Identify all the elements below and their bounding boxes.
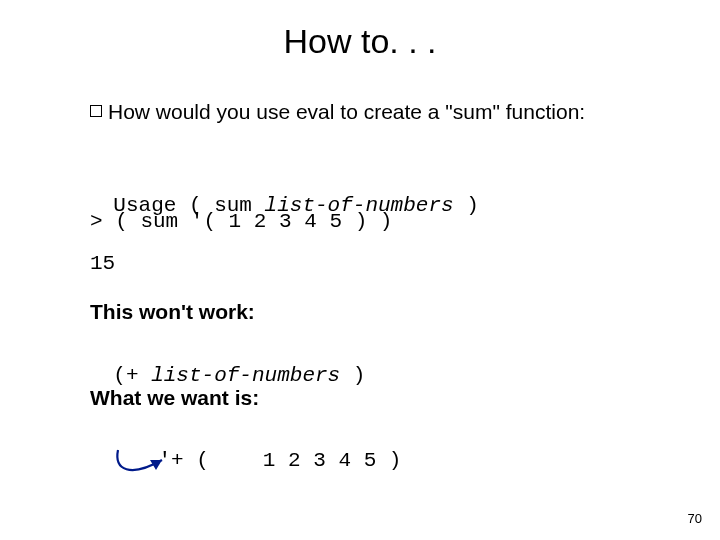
bullet-text: How would you use eval to create a "sum"… [108, 100, 585, 123]
curved-arrow-icon [100, 448, 220, 484]
quote-right: 1 2 3 4 5 ) [263, 449, 402, 472]
plus-suffix: ) [340, 364, 365, 387]
bullet-marker-icon [90, 105, 102, 117]
page-number: 70 [688, 511, 702, 526]
wont-work-label: This won't work: [90, 300, 255, 324]
want-label: What we want is: [90, 386, 259, 410]
result-line: 15 [90, 252, 115, 275]
plus-prefix: (+ [113, 364, 151, 387]
call-line: > ( sum '( 1 2 3 4 5 ) ) [90, 210, 392, 233]
bullet-line: How would you use eval to create a "sum"… [90, 100, 585, 124]
slide-title: How to. . . [0, 22, 720, 61]
plus-arg: list-of-numbers [151, 364, 340, 387]
slide: How to. . . How would you use eval to cr… [0, 0, 720, 540]
usage-suffix: ) [454, 194, 479, 217]
